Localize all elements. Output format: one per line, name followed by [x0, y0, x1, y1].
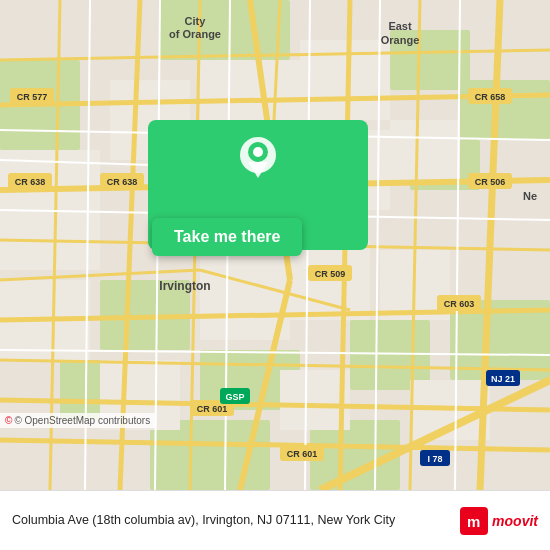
svg-text:East: East [388, 20, 412, 32]
osm-heart-icon: © [5, 415, 12, 426]
take-me-there-button[interactable]: Take me there [152, 218, 302, 256]
moovit-logo: m moovit [460, 507, 538, 535]
svg-text:Ne: Ne [523, 190, 537, 202]
svg-text:Orange: Orange [381, 34, 420, 46]
moovit-text: moovit [492, 513, 538, 529]
svg-text:NJ 21: NJ 21 [491, 374, 515, 384]
svg-text:CR 603: CR 603 [444, 299, 475, 309]
svg-text:m: m [467, 513, 480, 530]
svg-text:CR 601: CR 601 [197, 404, 228, 414]
svg-rect-10 [350, 320, 430, 390]
svg-text:GSP: GSP [225, 392, 244, 402]
map-container[interactable]: CR 577 CR 638 CR 638 CR 51 CR 509 CR 506… [0, 0, 550, 490]
svg-point-93 [253, 147, 263, 157]
svg-text:of Orange: of Orange [169, 28, 221, 40]
svg-rect-20 [390, 120, 460, 180]
svg-text:CR 601: CR 601 [287, 449, 318, 459]
svg-text:Irvington: Irvington [159, 279, 210, 293]
moovit-icon: m [460, 507, 488, 535]
svg-text:CR 577: CR 577 [17, 92, 48, 102]
svg-text:CR 638: CR 638 [107, 177, 138, 187]
svg-text:CR 509: CR 509 [315, 269, 346, 279]
bottom-bar: Columbia Ave (18th columbia av), Irvingt… [0, 490, 550, 550]
svg-text:CR 658: CR 658 [475, 92, 506, 102]
svg-text:CR 506: CR 506 [475, 177, 506, 187]
svg-text:CR 638: CR 638 [15, 177, 46, 187]
address-text: Columbia Ave (18th columbia av), Irvingt… [12, 512, 452, 530]
osm-attribution: © © OpenStreetMap contributors [0, 413, 155, 428]
svg-text:City: City [185, 15, 207, 27]
osm-text: © OpenStreetMap contributors [14, 415, 150, 426]
svg-text:I 78: I 78 [427, 454, 442, 464]
